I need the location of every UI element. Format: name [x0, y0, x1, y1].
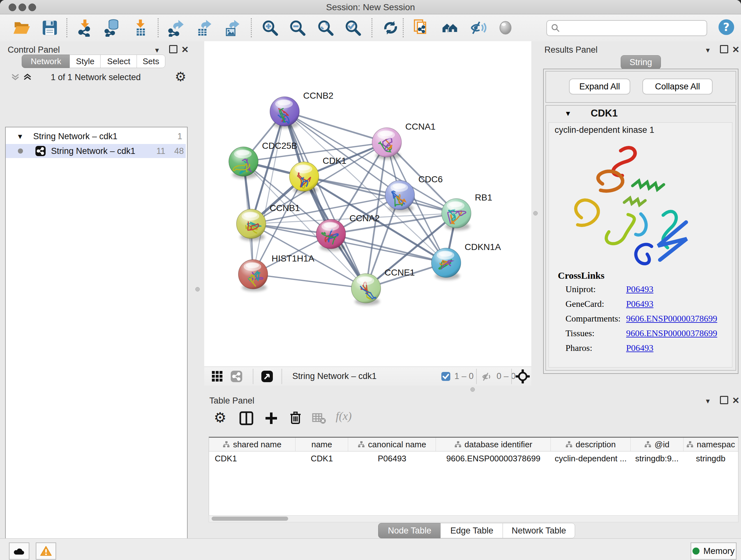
tab-network-table[interactable]: Network Table	[502, 523, 575, 538]
network-view-toolbar: , String Network – cdk1 1 – 0 0 – 0	[204, 367, 531, 386]
network-node[interactable]	[351, 273, 381, 303]
import-network-icon[interactable]	[76, 19, 94, 37]
tab-sets[interactable]: Sets	[137, 55, 165, 68]
network-options-gear-icon[interactable]: ⚙	[175, 69, 186, 84]
tab-select[interactable]: Select	[100, 55, 137, 68]
network-status-dot	[18, 148, 23, 153]
tab-style[interactable]: Style	[70, 55, 101, 68]
network-node[interactable]	[442, 199, 471, 228]
table-row[interactable]: CDK1 CDK1 P06493 9606.ENSP00000378699 cy…	[209, 451, 738, 465]
network-edge[interactable]	[285, 111, 387, 142]
zoom-fit-icon[interactable]	[317, 19, 334, 37]
selection-mode-crosshair-icon[interactable]	[516, 369, 530, 383]
crosslink-value[interactable]: P06493	[626, 299, 654, 309]
close-panel-icon[interactable]: ✕	[181, 44, 189, 55]
toolbar-separator	[253, 369, 253, 384]
column-header[interactable]: database identifier	[436, 438, 551, 451]
tab-network[interactable]: Network	[22, 55, 70, 68]
disclosure-triangle-icon[interactable]: ▼	[17, 132, 23, 141]
close-panel-icon[interactable]: ✕	[732, 395, 739, 406]
maximize-panel-icon[interactable]	[169, 45, 178, 55]
network-collection-row[interactable]: ▼ String Network – cdk1 1	[6, 130, 186, 144]
crosslink-value[interactable]: 9606.ENSP00000378699	[626, 314, 717, 324]
zoom-selected-icon[interactable]	[344, 19, 362, 37]
column-header[interactable]: canonical name	[348, 438, 436, 451]
column-type-icon	[644, 441, 651, 448]
zoom-out-icon[interactable]	[288, 19, 307, 37]
close-panel-icon[interactable]: ✕	[732, 44, 739, 55]
save-session-icon[interactable]	[41, 19, 59, 37]
network-label: String Network – cdk1	[51, 146, 135, 156]
table-settings-gear-icon[interactable]: ⚙	[214, 409, 226, 426]
export-image-icon[interactable]	[223, 19, 241, 37]
cloud-button[interactable]	[9, 543, 29, 560]
column-header[interactable]: @id	[630, 438, 683, 451]
vertical-splitter[interactable]	[192, 41, 204, 538]
toolbar-separator	[511, 369, 512, 384]
hide-graphics-details-icon[interactable]	[469, 19, 487, 37]
disclosure-triangle-icon[interactable]: ▼	[564, 110, 571, 118]
network-edge[interactable]	[253, 274, 366, 288]
refresh-icon[interactable]	[382, 19, 400, 37]
network-node[interactable]	[316, 219, 346, 249]
horizontal-scrollbar[interactable]	[209, 515, 738, 522]
crosslink-value[interactable]: 9606.ENSP00000378699	[626, 328, 717, 338]
export-table-icon[interactable]	[195, 19, 213, 37]
home-icon[interactable]	[441, 19, 459, 37]
open-in-cytoscape-web-icon[interactable]	[413, 19, 431, 37]
tab-edge-table[interactable]: Edge Table	[441, 523, 503, 538]
help-icon[interactable]: ?	[718, 18, 735, 36]
crosslink-value[interactable]: P06493	[626, 284, 654, 294]
network-node[interactable]	[289, 162, 319, 191]
show-columns-icon[interactable]	[239, 411, 253, 425]
splitter-handle[interactable]	[195, 287, 200, 292]
open-session-icon[interactable]	[13, 19, 30, 37]
network-node[interactable]	[431, 248, 461, 277]
import-network-from-database-icon[interactable]	[104, 19, 121, 37]
float-panel-icon[interactable]: ▾	[706, 396, 710, 406]
warnings-button[interactable]	[36, 543, 56, 560]
show-graphics-details-icon[interactable]	[496, 19, 515, 37]
toolbar-separator	[476, 369, 477, 384]
vertical-splitter[interactable]	[531, 41, 539, 386]
delete-column-icon[interactable]	[288, 411, 302, 425]
column-header[interactable]: namespac	[684, 438, 738, 451]
export-network-icon[interactable]	[167, 19, 185, 37]
column-header[interactable]: shared name	[209, 438, 295, 451]
network-canvas[interactable]: CCNB2CCNA1CDC25BCDK1CDC6RB1CCNB1CCNA2CDK…	[204, 41, 531, 367]
collapse-all-button[interactable]: Collapse All	[643, 78, 713, 95]
delete-table-icon[interactable]	[312, 413, 326, 425]
apply-function-icon[interactable]: f(x)	[336, 409, 352, 423]
splitter-handle[interactable]	[470, 387, 475, 392]
memory-button[interactable]: Memory	[690, 543, 737, 560]
network-edge[interactable]	[253, 111, 285, 274]
tab-node-table[interactable]: Node Table	[378, 523, 441, 538]
network-row-selected[interactable]: String Network – cdk1 11 48	[6, 144, 186, 158]
float-panel-icon[interactable]: ▾	[706, 46, 710, 55]
network-node[interactable]	[372, 128, 401, 157]
network-node[interactable]	[385, 180, 414, 210]
network-node[interactable]	[237, 209, 266, 239]
network-node[interactable]	[239, 260, 268, 289]
column-header[interactable]: description	[551, 438, 630, 451]
import-table-icon[interactable]	[131, 19, 149, 37]
selected-checkbox-icon[interactable]	[441, 372, 451, 381]
float-panel-icon[interactable]: ▾	[155, 46, 159, 55]
open-in-new-icon[interactable]	[261, 370, 273, 382]
expand-all-button[interactable]: Expand All	[569, 78, 630, 95]
maximize-panel-icon[interactable]	[720, 45, 728, 55]
search-input[interactable]	[564, 22, 703, 34]
hidden-eye-icon[interactable]	[481, 371, 493, 382]
crosslink-value[interactable]: P06493	[626, 343, 654, 353]
network-overview-icon[interactable]	[230, 370, 243, 382]
maximize-panel-icon[interactable]	[720, 396, 728, 406]
create-column-icon[interactable]	[264, 411, 278, 425]
network-node[interactable]	[270, 97, 299, 126]
network-node[interactable]	[229, 147, 258, 176]
birdseye-grid-icon[interactable]: ,	[211, 370, 223, 382]
tab-string[interactable]: String	[621, 55, 661, 69]
column-header[interactable]: name	[295, 438, 348, 451]
scrollbar-thumb[interactable]	[212, 516, 288, 521]
zoom-in-icon[interactable]	[261, 19, 279, 37]
splitter-handle[interactable]	[533, 211, 538, 215]
